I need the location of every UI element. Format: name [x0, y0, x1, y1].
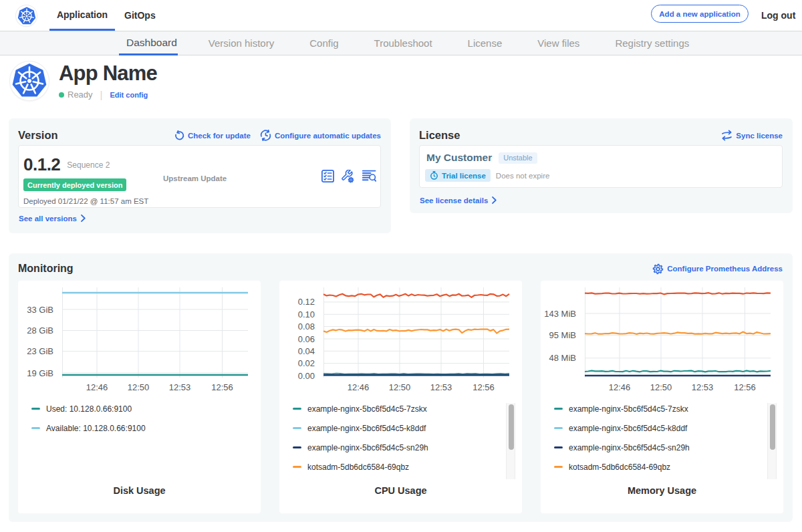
svg-text:12:50: 12:50	[389, 382, 411, 392]
svg-text:12:50: 12:50	[128, 382, 150, 392]
svg-text:19 GiB: 19 GiB	[27, 368, 53, 378]
svg-text:0.06: 0.06	[298, 334, 315, 344]
svg-text:33 GiB: 33 GiB	[27, 305, 53, 315]
svg-text:12:46: 12:46	[609, 382, 631, 392]
svg-text:12:53: 12:53	[169, 382, 191, 392]
svg-text:12:56: 12:56	[211, 382, 233, 392]
svg-text:0.04: 0.04	[298, 346, 315, 356]
svg-text:12:46: 12:46	[86, 382, 108, 392]
svg-text:12:53: 12:53	[692, 382, 714, 392]
svg-text:12:50: 12:50	[650, 382, 672, 392]
svg-text:23 GiB: 23 GiB	[27, 346, 53, 356]
svg-text:12:56: 12:56	[473, 382, 495, 392]
svg-text:48 MiB: 48 MiB	[549, 353, 576, 363]
svg-text:28 GiB: 28 GiB	[27, 325, 53, 336]
svg-text:0.08: 0.08	[298, 321, 315, 331]
svg-text:0.12: 0.12	[298, 297, 315, 307]
svg-text:12:53: 12:53	[430, 382, 452, 392]
svg-text:0.00: 0.00	[298, 371, 315, 381]
svg-text:0.10: 0.10	[298, 309, 315, 319]
svg-text:95 MiB: 95 MiB	[549, 330, 576, 340]
svg-text:143 MiB: 143 MiB	[544, 309, 576, 319]
svg-text:0.02: 0.02	[298, 358, 315, 368]
svg-text:12:46: 12:46	[348, 382, 370, 392]
svg-text:12:56: 12:56	[734, 382, 756, 392]
